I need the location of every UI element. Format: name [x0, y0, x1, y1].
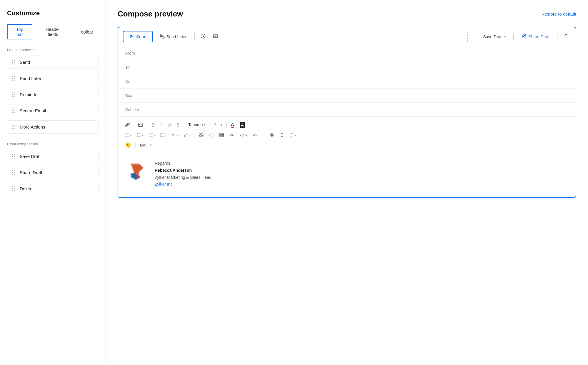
align-button[interactable]: ▾ [123, 132, 134, 138]
list-item[interactable]: Reminder [7, 88, 98, 101]
font-size-label: 1... [214, 122, 220, 127]
chevron-down-icon: ▾ [295, 134, 296, 137]
signature-button[interactable] [227, 132, 237, 138]
svg-point-12 [137, 136, 138, 136]
highlight-button[interactable]: A [238, 121, 247, 129]
insert-image-button[interactable] [136, 121, 145, 128]
toolbar-right: Save Draft ▾ Share Draft [474, 31, 571, 42]
share-draft-button[interactable]: Share Draft [517, 31, 554, 42]
fmt-divider [226, 122, 227, 128]
signature-company-link[interactable]: Zylker Inc [155, 182, 173, 186]
font-family-select[interactable]: Tahoma ▾ [186, 121, 208, 128]
send-later-button[interactable]: Send Later [155, 31, 191, 42]
code-button[interactable]: </> [238, 132, 249, 139]
link-button[interactable] [207, 132, 216, 138]
underline-button[interactable]: U [165, 121, 173, 129]
secure-email-button[interactable] [211, 32, 220, 42]
superscript-button[interactable]: x2 ▾ [182, 132, 193, 138]
font-color-icon: A [231, 122, 234, 128]
strikethrough-button[interactable]: S [174, 121, 182, 129]
compose-preview: Send Send Later [118, 27, 576, 198]
send-later-label: Send Later [166, 34, 187, 39]
list-item[interactable]: Send Later [7, 72, 98, 85]
chevron-down-icon: ▾ [130, 134, 131, 137]
list-item[interactable]: Delete [7, 182, 98, 195]
indent-button[interactable]: ▾ [146, 132, 157, 138]
attachment-button[interactable] [123, 121, 132, 128]
tab-top-bar[interactable]: Top bar [7, 24, 32, 39]
spacing-button[interactable]: ¶ ▾ [170, 132, 181, 138]
drag-handle [12, 125, 16, 129]
list-item[interactable]: Send [7, 56, 98, 69]
toolbar-divider-2 [224, 33, 224, 40]
insert-image-inline-button[interactable] [196, 132, 206, 138]
svg-rect-2 [213, 35, 218, 38]
spellcheck-button[interactable]: abc [137, 142, 148, 149]
svg-point-11 [137, 135, 138, 135]
blockquote-button[interactable]: " [260, 131, 267, 139]
bullet-list-button[interactable]: ▾ [135, 132, 146, 138]
grid-button[interactable] [268, 132, 276, 138]
list-item[interactable]: Share Draft [7, 166, 98, 179]
fmt-divider [147, 122, 147, 128]
chevron-down-icon: ▾ [221, 123, 222, 126]
save-draft-button[interactable]: Save Draft ▾ [479, 32, 510, 41]
reminder-icon [201, 34, 206, 40]
cc-field[interactable]: Cc [118, 74, 576, 89]
list-item[interactable]: Secure Email [7, 104, 98, 117]
main-content: Compose preview Restore to default Send [106, 0, 588, 365]
fmt-divider [134, 122, 134, 128]
fmt-divider [184, 122, 184, 128]
left-component-list: Send Send Later Reminder Secu [7, 56, 98, 134]
list-item[interactable]: More Actions [7, 120, 98, 134]
svg-rect-27 [220, 133, 224, 137]
table-button[interactable] [217, 132, 226, 138]
emoji-button[interactable]: 🙂 [123, 141, 133, 149]
svg-rect-35 [272, 135, 274, 137]
more-actions-button[interactable]: ⋮ [228, 32, 238, 42]
subject-field[interactable]: Subject [118, 103, 576, 117]
component-label-send: Send [20, 60, 30, 65]
compose-fields: From To Cc Bcc Subject [118, 46, 576, 117]
to-field[interactable]: To [118, 60, 576, 74]
restore-to-default-link[interactable]: Restore to default [542, 11, 576, 16]
fmt-divider [210, 122, 210, 128]
sidebar: Customize Top bar Header fields Toolbar … [0, 0, 106, 365]
delete-button[interactable] [561, 32, 571, 42]
compose-body: Regards, Rebecca Anderson Zylker Marketi… [118, 153, 576, 197]
toolbar-divider-1 [194, 33, 195, 40]
share-draft-label: Share Draft [528, 34, 549, 39]
fmt-divider [195, 132, 195, 138]
chevron-down-icon: ▾ [142, 134, 143, 137]
strikethrough2-button[interactable] [277, 132, 287, 138]
component-label-save-draft: Save Draft [20, 154, 41, 159]
reminder-button[interactable] [198, 32, 208, 42]
page-title: Compose preview [118, 9, 183, 19]
svg-rect-33 [272, 133, 274, 135]
format-more-button[interactable]: ▾ [288, 132, 298, 138]
chevron-down-icon: ▾ [153, 134, 155, 137]
component-label-reminder: Reminder [20, 92, 39, 97]
svg-point-10 [137, 134, 138, 134]
font-size-select[interactable]: 1... ▾ [212, 121, 225, 128]
line-height-button[interactable]: ▾ [158, 132, 169, 138]
more-actions-icon: ⋮ [230, 33, 236, 40]
font-color-button[interactable]: A [228, 121, 236, 129]
from-label: From [125, 51, 143, 56]
send-button[interactable]: Send [123, 31, 153, 42]
list-item[interactable]: Save Draft [7, 150, 98, 163]
tab-header-fields[interactable]: Header fields [35, 24, 71, 39]
italic-button[interactable]: I [158, 121, 164, 129]
svg-rect-34 [270, 135, 272, 137]
bold-button[interactable]: B [149, 121, 157, 129]
drag-handle [12, 186, 16, 191]
format-toolbar: B I U S Tahoma ▾ 1... ▾ A [118, 117, 576, 153]
source-button[interactable]: </> [250, 132, 259, 138]
from-field[interactable]: From [118, 46, 576, 60]
bcc-field[interactable]: Bcc [118, 89, 576, 103]
signature-name: Rebecca Anderson [155, 167, 211, 174]
toolbar-left: Send Send Later [123, 31, 471, 42]
tab-toolbar[interactable]: Toolbar [74, 24, 98, 39]
component-label-secure-email: Secure Email [20, 108, 46, 113]
tab-group: Top bar Header fields Toolbar [7, 24, 98, 39]
